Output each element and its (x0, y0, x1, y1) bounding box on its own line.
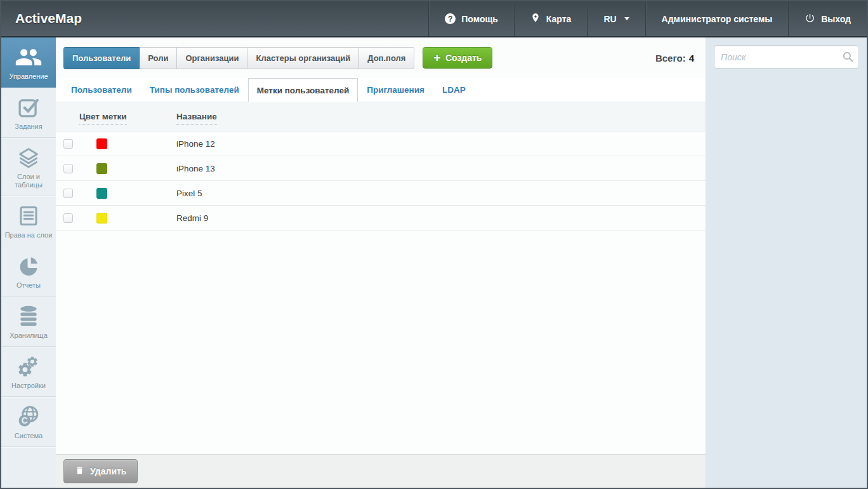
trash-icon (75, 465, 84, 478)
sidebar-item-storages[interactable]: Хранилища (1, 297, 56, 347)
sidebar-item-label: Хранилища (10, 332, 48, 340)
language-label: RU (603, 14, 616, 24)
search-icon (842, 51, 854, 65)
row-checkbox[interactable] (63, 139, 73, 149)
map-pin-icon (530, 11, 541, 26)
sidebar-item-label: Права на слои (5, 231, 53, 239)
create-button[interactable]: + Создать (423, 47, 492, 69)
sidebar-item-label: Задания (15, 123, 42, 131)
logout-button[interactable]: Выход (788, 1, 867, 36)
tab-roles[interactable]: Роли (140, 47, 177, 69)
sidebar-item-settings[interactable]: Настройки (1, 347, 56, 397)
total-value: 4 (689, 53, 694, 64)
create-button-label: Создать (445, 53, 482, 63)
table-row[interactable]: iPhone 12 (56, 131, 706, 156)
row-checkbox[interactable] (63, 213, 73, 223)
sidebar-item-system[interactable]: C Система (1, 397, 56, 447)
search-input[interactable] (714, 45, 859, 69)
label-name: Pixel 5 (176, 189, 202, 198)
right-panel (706, 37, 867, 488)
subtab-user-labels[interactable]: Метки пользователей (248, 78, 358, 102)
tab-organizations[interactable]: Организации (177, 47, 247, 69)
language-selector[interactable]: RU (587, 1, 645, 36)
sidebar-item-label: Настройки (11, 382, 46, 390)
tab-organization-clusters[interactable]: Кластеры организаций (247, 47, 359, 69)
layers-icon (16, 144, 41, 171)
column-header-color-label[interactable]: Цвет метки (79, 112, 127, 124)
sidebar-item-label: Слои и таблицы (3, 173, 55, 189)
tab-extra-fields[interactable]: Доп.поля (359, 47, 414, 69)
sidebar-item-layers-tables[interactable]: Слои и таблицы (1, 138, 56, 196)
action-footer: Удалить (56, 454, 706, 488)
system-icon: C (16, 403, 41, 430)
subtab-ldap[interactable]: LDAP (433, 78, 475, 102)
label-color-swatch (96, 213, 107, 224)
help-button[interactable]: ? Помощь (428, 1, 514, 36)
sidebar-item-label: Отчеты (16, 281, 41, 290)
logout-label: Выход (821, 14, 851, 24)
sidebar-item-management[interactable]: Управление (1, 37, 56, 88)
sub-tabs: Пользователи Типы пользователей Метки по… (56, 78, 706, 102)
storage-icon (16, 303, 41, 330)
main-content: Пользователи Роли Организации Кластеры о… (56, 37, 706, 488)
tab-users[interactable]: Пользователи (63, 47, 140, 69)
plus-icon: + (433, 53, 440, 62)
label-color-swatch (96, 163, 107, 174)
total-label: Всего: (655, 53, 686, 64)
label-color-swatch (96, 138, 107, 149)
search-box (714, 45, 859, 69)
row-checkbox[interactable] (63, 164, 73, 173)
app-window: ActiveMap ? Помощь Карта RU Администрато… (0, 0, 868, 489)
total-count: Всего:4 (655, 53, 694, 64)
reports-icon (17, 253, 40, 279)
subtab-user-types[interactable]: Типы пользователей (141, 78, 248, 102)
map-button[interactable]: Карта (514, 1, 588, 36)
column-header-color: Цвет метки (79, 112, 176, 121)
sidebar: Управление Задания Слои и таблицы Права … (1, 37, 56, 488)
table-empty-area (56, 231, 706, 454)
help-label: Помощь (461, 14, 498, 24)
top-menu: ? Помощь Карта RU Администратор системы (428, 1, 867, 36)
app-logo: ActiveMap (1, 1, 82, 36)
sidebar-item-label: Система (15, 432, 43, 440)
tasks-icon (17, 94, 40, 121)
svg-text:C: C (22, 415, 28, 425)
table-row[interactable]: iPhone 13 (56, 156, 706, 181)
sidebar-item-label: Управление (9, 72, 48, 81)
label-name: Redmi 9 (176, 213, 208, 223)
row-checkbox[interactable] (63, 189, 73, 198)
label-name: iPhone 12 (176, 139, 215, 149)
top-bar: ActiveMap ? Помощь Карта RU Администрато… (1, 1, 867, 37)
delete-button-label: Удалить (90, 466, 126, 476)
sidebar-item-layer-rights[interactable]: Права на слои (1, 196, 56, 246)
settings-icon (16, 353, 41, 380)
column-header-name: Название (176, 112, 217, 121)
help-icon: ? (445, 13, 456, 24)
entity-tabs: Пользователи Роли Организации Кластеры о… (63, 47, 414, 69)
column-header-name-label[interactable]: Название (176, 112, 217, 124)
delete-button[interactable]: Удалить (63, 459, 138, 483)
layer-rights-icon (17, 203, 40, 229)
sidebar-item-reports[interactable]: Отчеты (1, 246, 56, 297)
chevron-down-icon (624, 17, 629, 20)
current-user-button[interactable]: Администратор системы (645, 1, 789, 36)
sidebar-item-tasks[interactable]: Задания (1, 88, 56, 138)
map-label: Карта (546, 14, 572, 24)
users-icon (15, 44, 43, 70)
subtab-users[interactable]: Пользователи (62, 78, 141, 102)
label-name: iPhone 13 (176, 164, 215, 173)
power-icon (805, 13, 815, 25)
toolbar: Пользователи Роли Организации Кластеры о… (56, 37, 706, 78)
table-header: Цвет метки Название (56, 102, 706, 131)
body-row: Управление Задания Слои и таблицы Права … (1, 37, 867, 488)
table-row[interactable]: Redmi 9 (56, 206, 706, 231)
subtab-invitations[interactable]: Приглашения (358, 78, 433, 102)
table-row[interactable]: Pixel 5 (56, 181, 706, 206)
label-color-swatch (96, 188, 107, 199)
current-user-label: Администратор системы (662, 14, 773, 24)
